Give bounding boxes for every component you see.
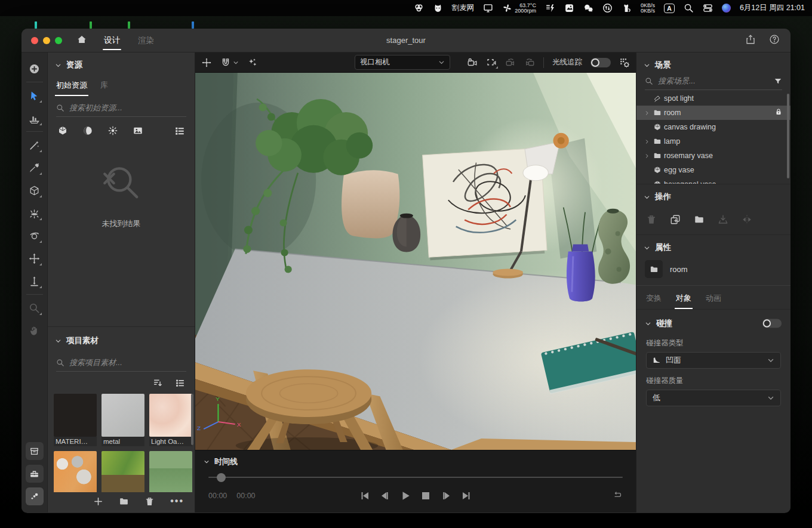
model-tool-icon[interactable] bbox=[26, 181, 44, 199]
render-settings-icon[interactable] bbox=[619, 57, 630, 68]
filter-funnel-icon[interactable] bbox=[774, 77, 782, 85]
tree-row-rosemary-vase[interactable]: rosemary vase bbox=[636, 149, 791, 163]
loop-icon[interactable] bbox=[613, 490, 623, 502]
starter-assets-search-input[interactable] bbox=[69, 103, 186, 112]
group-folder-icon[interactable] bbox=[694, 214, 705, 225]
tree-row-canvas-drawing[interactable]: canvas drawing bbox=[636, 120, 791, 134]
viewport-3d[interactable]: Y Z X bbox=[195, 73, 636, 450]
magic-wand-tool-icon[interactable] bbox=[26, 136, 44, 154]
photos-menu-icon[interactable] bbox=[564, 3, 574, 13]
chevron-down-icon[interactable] bbox=[644, 194, 650, 200]
drop-to-floor-icon[interactable] bbox=[718, 214, 728, 225]
skip-to-end-icon[interactable] bbox=[461, 490, 472, 501]
lights-category-icon[interactable] bbox=[107, 125, 118, 136]
camera-selector[interactable]: 视口相机 bbox=[355, 55, 450, 70]
lock-icon[interactable] bbox=[775, 108, 782, 118]
scene-search-input[interactable] bbox=[658, 76, 769, 85]
project-materials-search-input[interactable] bbox=[69, 358, 186, 367]
light-tool-icon[interactable] bbox=[26, 204, 44, 222]
delete-object-icon[interactable] bbox=[646, 214, 657, 225]
frame-camera-icon[interactable] bbox=[486, 57, 497, 68]
battery-menu-icon[interactable] bbox=[545, 3, 555, 13]
display-menu-icon[interactable] bbox=[483, 3, 493, 13]
add-asset-button[interactable] bbox=[26, 60, 44, 78]
toolbox-button[interactable] bbox=[26, 465, 44, 483]
timeline-track[interactable] bbox=[208, 477, 623, 478]
wechat-menu-icon[interactable] bbox=[583, 3, 593, 13]
minimize-window-button[interactable] bbox=[43, 37, 50, 44]
close-window-button[interactable] bbox=[31, 37, 38, 44]
starter-assets-search[interactable] bbox=[56, 103, 186, 117]
control-center-icon[interactable] bbox=[703, 3, 713, 13]
list-view-icon[interactable] bbox=[174, 125, 185, 136]
materials-scrollbar[interactable] bbox=[191, 394, 193, 445]
camera-undo-icon[interactable] bbox=[505, 57, 516, 68]
scene-tree-scrollbar[interactable] bbox=[787, 94, 789, 178]
tree-row-spot-light[interactable]: spot light bbox=[636, 91, 791, 106]
chevron-down-icon[interactable] bbox=[644, 62, 650, 69]
zoom-window-button[interactable] bbox=[55, 37, 62, 44]
chevron-down-icon[interactable] bbox=[645, 320, 651, 327]
rings-menu-icon[interactable] bbox=[414, 3, 424, 13]
menu-clock[interactable]: 6月12日 周四 21:01 bbox=[740, 3, 805, 13]
add-material-icon[interactable] bbox=[93, 496, 103, 507]
tree-row-egg-vase[interactable]: egg vase bbox=[636, 163, 791, 177]
tree-row-lamp[interactable]: lamp bbox=[636, 134, 791, 149]
material-item[interactable] bbox=[54, 451, 97, 492]
input-source-indicator[interactable]: A bbox=[664, 4, 675, 13]
tab-starter-assets[interactable]: 初始资源 bbox=[56, 80, 87, 96]
cat-silhouette-menu-icon[interactable] bbox=[622, 3, 632, 13]
collider-type-dropdown[interactable]: 凹面 bbox=[646, 352, 781, 369]
orbit-camera-tool-icon[interactable] bbox=[26, 227, 44, 245]
skip-to-start-icon[interactable] bbox=[359, 490, 370, 501]
cat-app-menu-icon[interactable] bbox=[433, 3, 443, 13]
layout-tool-icon[interactable] bbox=[26, 109, 44, 127]
collision-toggle[interactable] bbox=[762, 319, 782, 328]
siri-icon[interactable] bbox=[722, 4, 731, 13]
camera-redo-icon[interactable] bbox=[524, 57, 535, 68]
material-item[interactable]: MATERI… bbox=[54, 394, 97, 446]
tab-transform[interactable]: 变换 bbox=[646, 293, 662, 309]
chevron-down-icon[interactable] bbox=[55, 338, 61, 344]
tab-library[interactable]: 库 bbox=[100, 80, 108, 96]
images-category-icon[interactable] bbox=[133, 125, 143, 136]
material-item[interactable]: metal bbox=[102, 394, 144, 446]
tree-row-room[interactable]: room bbox=[636, 106, 791, 120]
collider-quality-dropdown[interactable]: 低 bbox=[646, 390, 781, 406]
chevron-right-icon[interactable] bbox=[642, 110, 651, 116]
gizmo-settings-icon[interactable] bbox=[201, 57, 212, 68]
pan-camera-tool-icon[interactable] bbox=[26, 249, 44, 267]
zoom-tool-icon[interactable] bbox=[26, 299, 44, 317]
chevron-right-icon[interactable] bbox=[642, 139, 651, 144]
step-forward-icon[interactable] bbox=[441, 490, 451, 501]
tab-render[interactable]: 渲染 bbox=[137, 29, 155, 53]
menu-app-text[interactable]: 割麦网 bbox=[452, 3, 475, 13]
material-item[interactable]: Light Oa… bbox=[149, 394, 192, 446]
chevron-right-icon[interactable] bbox=[642, 153, 651, 159]
select-tool-icon[interactable] bbox=[26, 87, 44, 104]
snapping-magnet-icon[interactable] bbox=[220, 57, 239, 68]
list-view-icon[interactable] bbox=[175, 378, 185, 388]
tab-object[interactable]: 对象 bbox=[676, 293, 691, 309]
material-item[interactable] bbox=[149, 451, 192, 492]
material-item[interactable] bbox=[102, 451, 144, 492]
scene-search[interactable] bbox=[645, 76, 782, 90]
chevron-down-icon[interactable] bbox=[55, 62, 61, 69]
chevron-down-icon[interactable] bbox=[204, 459, 210, 465]
timeline-playhead[interactable] bbox=[217, 473, 226, 482]
share-icon[interactable] bbox=[745, 34, 756, 47]
project-materials-search[interactable] bbox=[56, 358, 186, 372]
duplicate-object-icon[interactable] bbox=[670, 214, 681, 225]
tree-row-clipped[interactable]: hexagonal vase bbox=[636, 177, 791, 184]
step-back-icon[interactable] bbox=[380, 490, 390, 501]
mirror-object-icon[interactable] bbox=[742, 214, 752, 225]
sync-menu-icon[interactable] bbox=[602, 3, 613, 13]
play-icon[interactable] bbox=[400, 490, 411, 501]
hand-tool-icon[interactable] bbox=[26, 322, 44, 339]
models-category-icon[interactable] bbox=[57, 125, 68, 136]
eyedropper-tool-icon[interactable] bbox=[26, 159, 44, 177]
more-options-icon[interactable]: ••• bbox=[170, 496, 184, 507]
add-camera-icon[interactable] bbox=[467, 57, 478, 68]
open-folder-icon[interactable] bbox=[119, 496, 129, 507]
sparkle-tool-icon[interactable] bbox=[247, 57, 258, 68]
